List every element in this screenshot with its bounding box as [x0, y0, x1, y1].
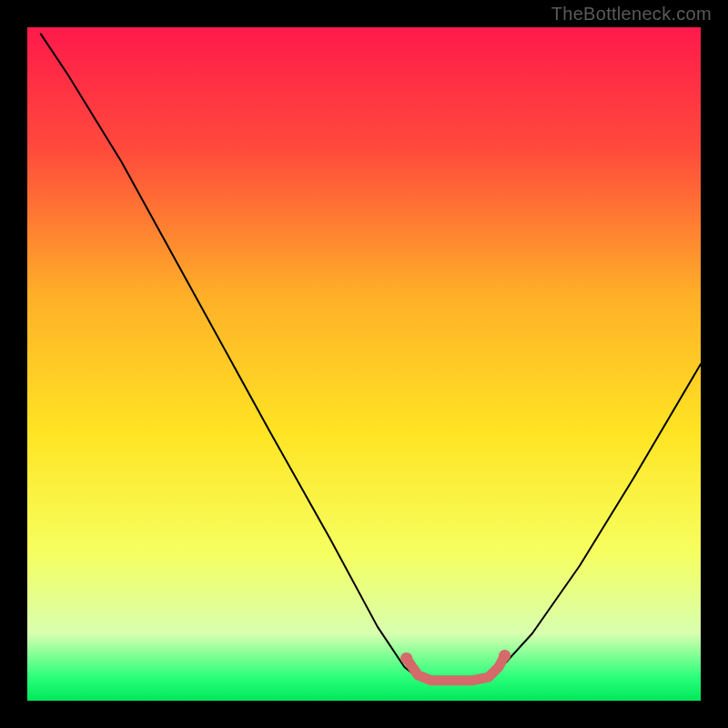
chart-plot	[27, 27, 701, 701]
optimal-marker-dot-right	[499, 650, 511, 662]
watermark-text: TheBottleneck.com	[551, 4, 712, 25]
chart-svg	[27, 27, 701, 701]
chart-background	[27, 27, 701, 701]
optimal-marker-dot-left	[400, 652, 412, 664]
chart-frame: TheBottleneck.com	[0, 0, 728, 728]
